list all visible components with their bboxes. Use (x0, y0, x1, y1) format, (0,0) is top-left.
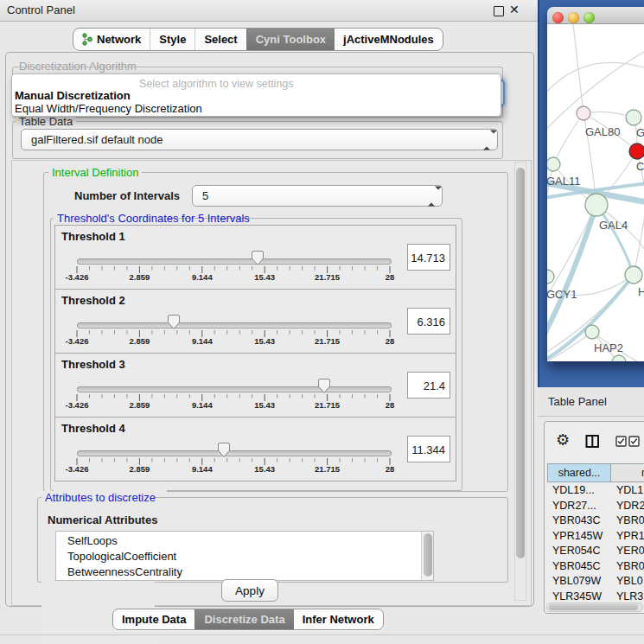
tab-style[interactable]: Style (150, 29, 194, 50)
threshold-value-field[interactable]: 21.4 (407, 372, 450, 399)
table-row[interactable]: YPR145WYPR1 (547, 529, 644, 545)
apply-button[interactable]: Apply (221, 579, 278, 602)
threshold-value-field[interactable]: 14.713 (407, 244, 450, 271)
slider-thumb[interactable] (217, 442, 231, 458)
attribute-list-item[interactable]: SelfLoops (67, 534, 118, 547)
checkbox-icon[interactable] (628, 436, 640, 447)
bottom-tab-label: Infer Network (303, 613, 374, 626)
tab-network[interactable]: Network (73, 29, 150, 50)
tick-label: 21.715 (315, 336, 340, 346)
slider-track[interactable] (77, 258, 392, 265)
table-row[interactable]: YBR043CYBR0 (547, 513, 644, 529)
close-traffic-light-icon[interactable] (552, 12, 564, 23)
network-node-hap2[interactable] (585, 325, 599, 339)
tick-label: 15.43 (254, 400, 275, 410)
network-edge (634, 197, 644, 275)
gear-icon[interactable]: ⚙ (556, 432, 570, 448)
tab-jactivemnodules[interactable]: jActiveMNodules (335, 29, 443, 50)
dropdown-option-manual[interactable]: Manual Discretization (15, 89, 131, 102)
bottom-tab-infer-network[interactable]: Infer Network (294, 609, 383, 629)
table-data-group-title: Table Data (16, 115, 76, 128)
close-icon[interactable]: ✕ (509, 3, 520, 16)
tick-label: 9.144 (192, 336, 213, 346)
network-edge-thick (547, 205, 596, 342)
list-scrollbar[interactable] (421, 532, 433, 580)
checkbox-icon[interactable] (615, 436, 627, 447)
threshold-panel-2: Threshold 2-3.4262.8599.14415.4321.71528… (54, 289, 456, 354)
cell-name: YBR0 (616, 514, 644, 526)
float-window-icon[interactable] (494, 6, 504, 16)
numerical-attributes-list[interactable]: SelfLoopsTopologicalCoefficientBetweenne… (55, 531, 434, 581)
slider-track[interactable] (77, 450, 392, 456)
cell-shared-name: YLR345W (552, 590, 602, 601)
network-node-ga[interactable] (626, 110, 641, 125)
slider-track[interactable] (77, 386, 392, 392)
cell-shared-name: YER054C (552, 545, 601, 557)
horizontal-scrollbar[interactable] (546, 603, 643, 612)
horizontal-scrollbar-thumb[interactable] (549, 604, 638, 610)
cell-name: YLR3 (616, 590, 643, 601)
tick-label: 15.43 (254, 272, 275, 282)
network-node-label: C (636, 160, 644, 173)
tick-label: 15.43 (254, 336, 275, 346)
table-row[interactable]: YER054CYER0 (547, 544, 644, 559)
attribute-list-item[interactable]: BetweennessCentrality (67, 565, 182, 578)
tick-label: 21.715 (315, 464, 340, 474)
network-node-gal80[interactable] (577, 106, 590, 120)
network-node-gcy1[interactable] (547, 270, 554, 284)
table-row[interactable]: YDR27...YDR2 (547, 499, 644, 514)
table-row[interactable]: YLR345WYLR3 (547, 590, 644, 601)
cell-shared-name: YBR043C (552, 514, 601, 526)
list-scrollbar-thumb[interactable] (424, 533, 432, 577)
threshold-value-field[interactable]: 11.344 (407, 436, 450, 462)
network-node-h[interactable] (625, 266, 642, 284)
tab-label: jActiveMNodules (343, 33, 434, 46)
slider-thumb[interactable] (167, 314, 181, 330)
table-column-header-name[interactable]: na (610, 463, 644, 482)
threshold-value-field[interactable]: 6.316 (407, 308, 450, 335)
table-column-header-shared[interactable]: shared... (547, 463, 611, 482)
tick-label: 2.859 (130, 464, 150, 474)
apply-button-label: Apply (235, 584, 265, 597)
table-data-combobox[interactable]: galFiltered.sif default node (21, 129, 498, 150)
vertical-scrollbar[interactable] (514, 162, 526, 601)
tab-select[interactable]: Select (194, 29, 245, 50)
table-row[interactable]: YBR045CYBR0 (547, 559, 644, 575)
slider-ticks (76, 458, 391, 466)
threshold-label: Threshold 2 (61, 294, 125, 307)
number-of-intervals-combobox[interactable]: 5 (192, 185, 443, 207)
table-row[interactable]: YBL079WYBL0 (547, 574, 644, 590)
minimize-traffic-light-icon[interactable] (568, 12, 579, 23)
network-node-label: GCY1 (547, 288, 577, 301)
network-node-gal11[interactable] (547, 157, 560, 171)
network-node-c[interactable] (629, 143, 644, 159)
algorithm-dropdown-popup: Select algorithm to view settings Manual… (11, 73, 501, 117)
dropdown-option-equal-width[interactable]: Equal Width/Frequency Discretization (15, 102, 202, 115)
network-node-label: GA (636, 126, 644, 139)
tick-label: 15.43 (254, 464, 275, 474)
tab-label: Style (159, 33, 186, 46)
dropdown-prompt: Select algorithm to view settings (139, 78, 294, 90)
network-node-gal4[interactable] (585, 194, 608, 216)
threshold-panels: Threshold 1-3.4262.8599.14415.4321.71528… (54, 225, 456, 481)
table-row[interactable]: YDL19...YDL1 (547, 483, 644, 499)
slider-track[interactable] (77, 322, 392, 328)
threshold-panel-3: Threshold 3-3.4262.8599.14415.4321.71528… (54, 353, 456, 418)
tick-label: 9.144 (192, 272, 213, 282)
tab-cyni-toolbox[interactable]: Cyni Toolbox (246, 29, 335, 50)
vertical-scrollbar-thumb[interactable] (516, 168, 525, 558)
network-node-label: GAL80 (585, 125, 620, 138)
bottom-tab-discretize-data[interactable]: Discretize Data (194, 609, 293, 629)
network-view-window: GAL80GACGAL11GAL4GCY1HHAP2 (547, 7, 644, 361)
column-layout-icon[interactable] (585, 434, 600, 449)
attribute-list-item[interactable]: TopologicalCoefficient (67, 550, 176, 563)
bottom-tab-impute-data[interactable]: Impute Data (113, 609, 194, 629)
slider-ticks (76, 266, 391, 274)
zoom-traffic-light-icon[interactable] (583, 12, 595, 23)
network-canvas[interactable]: GAL80GACGAL11GAL4GCY1HHAP2 (547, 24, 644, 361)
network-window-titlebar[interactable] (547, 7, 644, 24)
slider-thumb[interactable] (317, 378, 331, 394)
slider-thumb[interactable] (251, 250, 265, 266)
numerical-attributes-label: Numerical Attributes (48, 513, 157, 526)
cell-shared-name: YDL19... (552, 484, 595, 496)
